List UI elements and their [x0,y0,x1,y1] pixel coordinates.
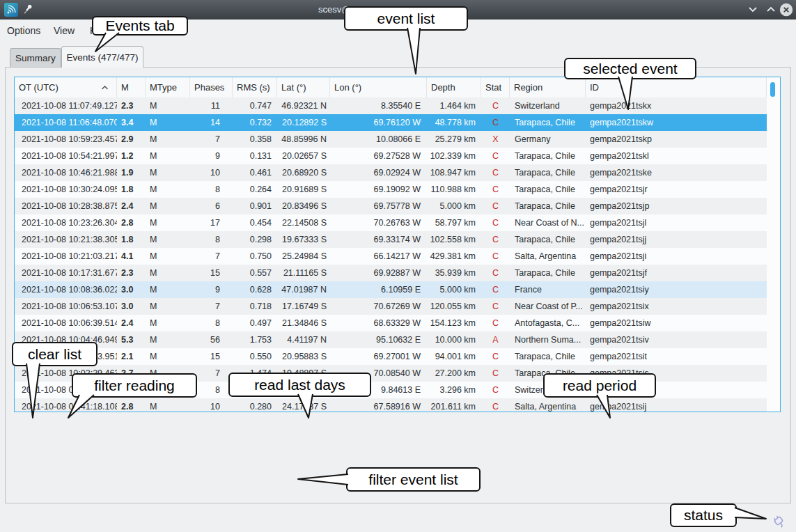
cell-depth: 429.381 km [427,248,481,265]
cell-ot: 2021-10-08 10:59:23.457 [15,131,117,148]
event-row[interactable]: 2021-10-08 10:30:24.0951.8M80.26420.9168… [15,181,767,198]
cell-m: 2.3 [117,265,146,281]
cell-depth: 3.296 km [427,382,481,398]
event-row[interactable]: 2021-10-08 10:17:31.6772.3M150.55721.111… [15,265,767,281]
event-row[interactable]: 2021-10-08 11:07:49.1272.3M110.74746.923… [15,97,767,114]
event-row[interactable]: 2021-10-08 10:46:21.9881.9M100.46120.689… [15,164,767,181]
cell-id: gempa2021tsiy [586,281,767,298]
cell-region: Tarapaca, Chile [510,181,586,198]
cell-depth: 102.339 km [427,148,481,164]
cell-lat: 47.01987 N [277,281,330,298]
cell-m: 2.1 [117,348,146,365]
event-row[interactable]: 2021-10-08 10:23:26.3042.8M170.45422.145… [15,214,767,231]
header-mtype[interactable]: MType [146,77,190,97]
cell-depth: 94.001 km [427,348,481,365]
cell-depth: 48.778 km [427,114,481,131]
event-row[interactable]: 2021-10-08 10:06:39.5142.4M80.49721.3484… [15,315,767,331]
cell-region: Tarapaca, Chile [510,148,586,164]
event-row[interactable]: 2021-10-08 10:08:36.0223.0M90.62847.0198… [15,281,767,298]
cell-stat: C [481,181,510,198]
maximize-button[interactable] [765,3,777,16]
cell-ot: 2021-10-08 10:17:31.677 [15,265,117,281]
header-m[interactable]: M [117,77,146,97]
cell-stat: C [481,382,510,398]
cell-lon: 69.76120 W [330,114,427,131]
menu-view[interactable]: View [54,25,75,36]
cell-stat: C [481,148,510,164]
event-row[interactable]: 2021-10-08 10:28:38.8752.4M60.90120.8349… [15,198,767,214]
event-row[interactable]: 2021-10-08 09:41:18.1082.8M100.28024.176… [15,398,767,412]
tab-events[interactable]: Events (477/477) [61,46,143,68]
cell-lat: 25.24984 S [277,248,330,265]
cell-id: gempa2021tsix [586,298,767,315]
app-logo-icon [4,3,18,17]
event-table: OT (UTC)MMTypePhasesRMS (s)Lat (°)Lon (°… [14,77,781,412]
cell-ot: 2021-10-08 10:21:03.217 [15,248,117,265]
cell-depth: 58.797 km [427,214,481,231]
event-row[interactable]: 2021-10-08 11:06:48.0703.4M140.73220.128… [15,114,767,131]
cell-lat: 46.92321 N [277,97,330,114]
cell-rms: 0.280 [233,398,277,412]
cell-id: gempa2021tsjf [586,265,767,281]
table-header: OT (UTC)MMTypePhasesRMS (s)Lat (°)Lon (°… [15,77,767,98]
cell-lon: 6.10959 E [330,281,427,298]
cell-lon: 8.35540 E [330,97,427,114]
header-id[interactable]: ID [586,77,767,97]
cell-rms: 0.298 [233,231,277,248]
cell-m: 2.8 [117,398,146,412]
event-row[interactable]: 2021-10-08 10:59:23.4572.9M70.35848.8599… [15,131,767,148]
cell-stat: C [481,97,510,114]
cell-id: gempa2021tsit [586,348,767,365]
header-stat[interactable]: Stat [481,77,510,97]
cell-stat: C [481,114,510,131]
cell-phases: 7 [190,298,233,315]
event-row[interactable]: 2021-10-08 10:06:53.1073.0M70.71817.1674… [15,298,767,315]
cell-rms: 0.358 [233,131,277,148]
tab-summary[interactable]: Summary [10,48,61,67]
header-region[interactable]: Region [510,77,586,97]
cell-mtype: M [146,181,190,198]
event-row[interactable]: 2021-10-08 10:21:38.3051.8M80.29819.6733… [15,231,767,248]
scrollbar-thumb[interactable] [770,82,775,97]
cell-lat: 20.91689 S [277,181,330,198]
close-button[interactable] [779,3,793,17]
cell-lat: 21.34846 S [277,315,330,331]
cell-m: 2.8 [117,214,146,231]
header-ot-utc[interactable]: OT (UTC) [15,77,117,97]
menu-options[interactable]: Options [7,25,40,36]
pin-icon[interactable] [22,3,34,16]
header-lat[interactable]: Lat (°) [277,77,330,97]
cell-depth: 10.000 km [427,331,481,348]
callout-selected-event: selected event [564,58,696,79]
cell-region: France [510,281,586,298]
cell-id: gempa2021tsij [586,398,767,412]
header-rms-s[interactable]: RMS (s) [233,77,277,97]
header-depth[interactable]: Depth [427,77,481,97]
header-phases[interactable]: Phases [190,77,233,97]
cell-depth: 27.200 km [427,365,481,382]
callout-events-tab: Events tab [92,16,188,36]
header-lon[interactable]: Lon (°) [330,77,427,97]
cell-depth: 35.939 km [427,265,481,281]
cell-id: gempa2021tskp [586,131,767,148]
cell-region: Salta, Argentina [510,398,586,412]
cell-lon: 69.33174 W [330,231,427,248]
cell-rms: 0.264 [233,181,277,198]
cell-ot: 2021-10-08 10:30:24.095 [15,181,117,198]
minimize-button[interactable] [747,3,759,16]
cell-stat: C [481,365,510,382]
connection-status-icon[interactable] [770,513,787,529]
event-row[interactable]: 2021-10-08 10:04:46.9495.3M561.7534.4119… [15,331,767,348]
cell-lat: 20.83496 S [277,198,330,214]
cell-phases: 6 [190,198,233,214]
cell-stat: A [481,331,510,348]
event-row[interactable]: 2021-10-08 10:03:53.9512.1M150.55020.958… [15,348,767,365]
event-row[interactable]: 2021-10-08 10:21:03.2174.1M70.75025.2498… [15,248,767,265]
cell-stat: C [481,198,510,214]
vertical-scrollbar[interactable] [767,77,780,412]
cell-depth: 108.947 km [427,164,481,181]
cell-stat: C [481,214,510,231]
cell-mtype: M [146,148,190,164]
cell-depth: 154.123 km [427,315,481,331]
event-row[interactable]: 2021-10-08 10:54:21.9971.2M90.13120.0265… [15,148,767,164]
